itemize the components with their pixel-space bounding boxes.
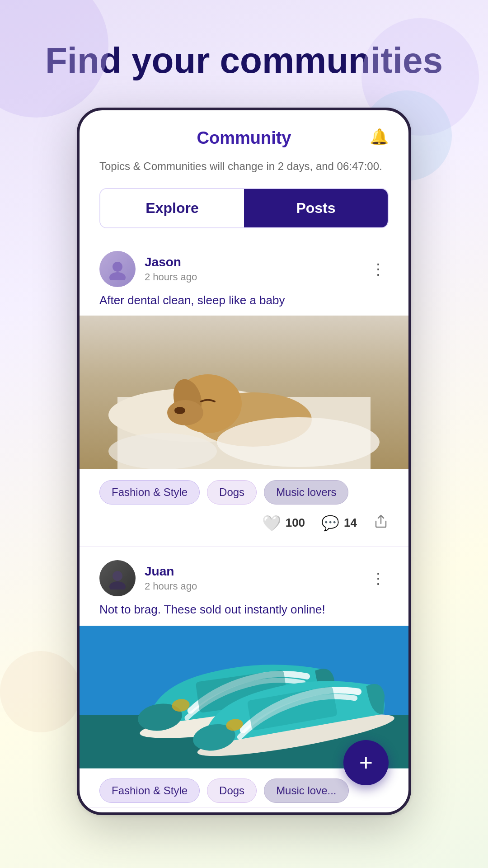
tag-dogs-1[interactable]: Dogs (207, 480, 257, 505)
post-time-1: 2 hours ago (145, 271, 369, 283)
tag-fashion-style-2[interactable]: Fashion & Style (99, 778, 200, 803)
share-icon-1 (373, 514, 389, 533)
app-header: Community 🔔 (80, 110, 408, 152)
app-title: Community (197, 128, 291, 148)
avatar-jason (99, 251, 136, 287)
comment-icon-1: 💬 (321, 514, 339, 532)
post-header-1: Jason 2 hours ago ⋮ (80, 242, 408, 293)
author-info-jason: Jason 2 hours ago (145, 255, 369, 283)
svg-point-7 (167, 400, 203, 425)
notification-icon[interactable]: 🔔 (370, 127, 389, 146)
svg-point-12 (109, 581, 126, 590)
tag-dogs-2[interactable]: Dogs (207, 778, 257, 803)
svg-point-11 (113, 571, 122, 581)
post-header-2: Juan 2 hours ago ⋮ (80, 551, 408, 603)
share-button-1[interactable] (373, 514, 389, 533)
author-name-jason: Jason (145, 255, 369, 269)
post-card-1: Jason 2 hours ago ⋮ After dental clean, … (80, 242, 408, 547)
svg-point-8 (174, 407, 185, 414)
svg-point-0 (113, 262, 122, 272)
post-text-2: Not to brag. These sold out instantly on… (80, 603, 408, 625)
like-button-1[interactable]: 🤍 100 (262, 514, 305, 532)
fab-button[interactable]: + (343, 740, 389, 785)
phone-frame: Community 🔔 Topics & Communities will ch… (77, 108, 411, 815)
tag-music-lovers-2[interactable]: Music love... (264, 778, 348, 803)
post-time-2: 2 hours ago (145, 580, 369, 592)
subtitle-text: Topics & Communities will change in 2 da… (80, 152, 408, 188)
avatar-juan (99, 560, 136, 596)
like-count-1: 100 (286, 516, 305, 530)
tag-fashion-style-1[interactable]: Fashion & Style (99, 480, 200, 505)
comment-button-1[interactable]: 💬 14 (321, 514, 357, 532)
tag-music-lovers-1[interactable]: Music lovers (264, 480, 348, 505)
more-options-icon-2[interactable]: ⋮ (369, 569, 389, 587)
svg-point-1 (109, 272, 126, 280)
svg-point-9 (217, 417, 380, 467)
tag-row-1: Fashion & Style Dogs Music lovers (80, 480, 408, 514)
action-row-1: 🤍 100 💬 14 (80, 514, 408, 537)
fab-icon: + (359, 751, 373, 774)
post-text-1: After dental clean, sleep like a baby (80, 293, 408, 316)
more-options-icon-1[interactable]: ⋮ (369, 260, 389, 278)
post-image-dog (80, 316, 408, 469)
author-name-juan: Juan (145, 564, 369, 579)
comment-count-1: 14 (344, 516, 357, 530)
tab-row: Explore Posts (99, 188, 389, 228)
author-info-juan: Juan 2 hours ago (145, 564, 369, 592)
svg-point-10 (108, 433, 217, 469)
tab-posts[interactable]: Posts (244, 189, 388, 227)
tab-explore[interactable]: Explore (100, 189, 244, 227)
heart-icon-1: 🤍 (262, 514, 281, 532)
